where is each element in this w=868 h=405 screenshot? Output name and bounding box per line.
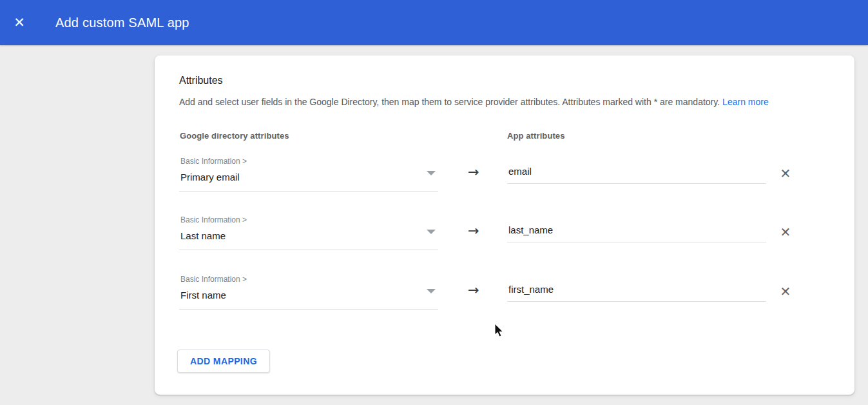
app-attribute-field <box>507 280 766 306</box>
learn-more-link[interactable]: Learn more <box>722 97 769 107</box>
app-attribute-field <box>507 221 766 246</box>
app-attribute-input[interactable] <box>507 280 766 302</box>
description-text: Add and select user fields in the Google… <box>179 97 720 107</box>
google-attribute-select[interactable]: Basic Information > Primary email <box>179 155 438 192</box>
mapping-row: Basic Information > First name → ✕ <box>179 273 830 325</box>
app-attribute-input[interactable] <box>507 221 766 242</box>
app-attribute-input[interactable] <box>507 162 766 184</box>
section-description: Add and select user fields in the Google… <box>179 97 769 107</box>
select-underline <box>179 250 438 250</box>
google-attribute-value: Last name <box>180 230 226 241</box>
mapping-row: Basic Information > Last name → ✕ <box>179 214 830 266</box>
google-attribute-value: First name <box>180 290 226 301</box>
arrow-right-icon: → <box>468 164 479 180</box>
attribute-category-label: Basic Information > <box>180 157 247 166</box>
google-attribute-value: Primary email <box>180 172 240 183</box>
app-attribute-field <box>507 162 766 188</box>
close-icon[interactable]: ✕ <box>6 10 32 35</box>
google-attribute-select[interactable]: Basic Information > First name <box>179 273 438 310</box>
arrow-right-icon: → <box>468 282 479 298</box>
attribute-category-label: Basic Information > <box>180 215 247 224</box>
chevron-down-icon <box>427 171 436 175</box>
chevron-down-icon <box>427 289 436 293</box>
section-title: Attributes <box>179 75 223 86</box>
arrow-right-icon: → <box>468 223 479 239</box>
attribute-category-label: Basic Information > <box>180 275 247 284</box>
dialog-title: Add custom SAML app <box>55 15 189 30</box>
attributes-card: Attributes Add and select user fields in… <box>155 55 854 395</box>
mapping-row: Basic Information > Primary email → ✕ <box>179 155 830 207</box>
delete-mapping-icon[interactable]: ✕ <box>775 281 796 302</box>
chevron-down-icon <box>427 230 436 234</box>
add-mapping-button[interactable]: ADD MAPPING <box>177 350 270 373</box>
delete-mapping-icon[interactable]: ✕ <box>775 222 796 242</box>
select-underline <box>179 309 438 310</box>
google-attribute-select[interactable]: Basic Information > Last name <box>179 214 438 250</box>
select-underline <box>179 191 438 192</box>
column-header-google-attributes: Google directory attributes <box>180 131 289 141</box>
dialog-header: ✕ Add custom SAML app <box>0 0 868 45</box>
delete-mapping-icon[interactable]: ✕ <box>775 163 796 184</box>
column-header-app-attributes: App attributes <box>507 131 565 141</box>
